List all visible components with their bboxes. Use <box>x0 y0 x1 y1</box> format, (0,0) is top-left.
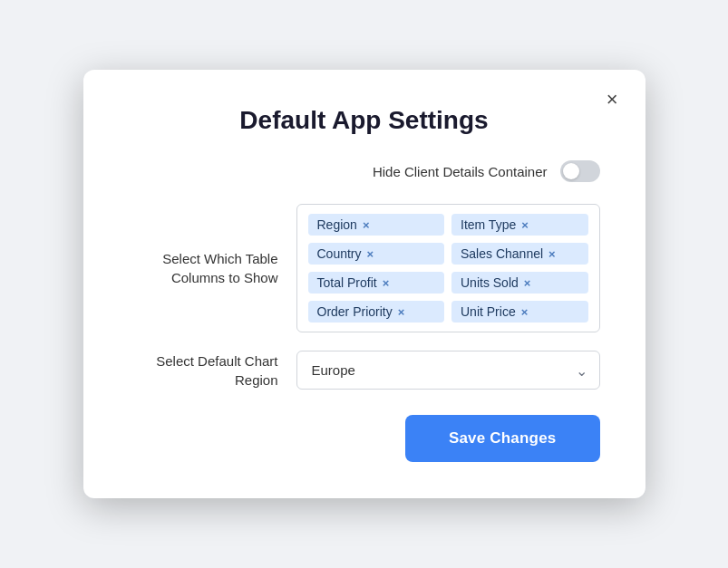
columns-label: Select Which Table Columns to Show <box>129 249 296 287</box>
tag-remove-order-priority[interactable]: × <box>398 306 405 318</box>
tag-remove-country[interactable]: × <box>367 248 374 260</box>
tag-label-country: Country <box>317 246 362 261</box>
tag-remove-region[interactable]: × <box>363 219 370 231</box>
toggle-label: Hide Client Details Container <box>373 164 548 179</box>
chart-region-label: Select Default Chart Region <box>129 351 296 390</box>
save-row: Save Changes <box>129 415 600 462</box>
region-select-wrapper: EuropeNorth AmericaAsiaAfricaMiddle East… <box>296 351 600 390</box>
toggle-row: Hide Client Details Container <box>129 160 600 182</box>
save-changes-button[interactable]: Save Changes <box>405 415 600 462</box>
tag-remove-total-profit[interactable]: × <box>383 277 390 289</box>
close-button[interactable]: × <box>599 86 626 113</box>
tag-remove-sales-channel[interactable]: × <box>548 248 556 260</box>
tag-remove-unit-price[interactable]: × <box>521 306 529 318</box>
tag-region: Region× <box>308 214 445 236</box>
tag-label-sales-channel: Sales Channel <box>461 246 543 261</box>
toggle-knob <box>563 163 579 179</box>
tag-order-priority: Order Priority× <box>308 301 445 323</box>
tag-label-unit-price: Unit Price <box>461 304 516 319</box>
settings-modal: × Default App Settings Hide Client Detai… <box>83 70 645 498</box>
tag-label-region: Region <box>317 217 357 232</box>
modal-overlay: × Default App Settings Hide Client Detai… <box>0 0 728 568</box>
tag-remove-item-type[interactable]: × <box>521 219 529 231</box>
tag-country: Country× <box>308 243 445 265</box>
columns-box: Region×Item Type×Country×Sales Channel×T… <box>296 204 600 332</box>
tag-label-units-sold: Units Sold <box>461 275 519 290</box>
modal-title: Default App Settings <box>129 106 600 135</box>
tag-units-sold: Units Sold× <box>451 272 588 294</box>
tag-unit-price: Unit Price× <box>451 301 588 323</box>
region-select[interactable]: EuropeNorth AmericaAsiaAfricaMiddle East… <box>296 351 600 390</box>
tag-label-order-priority: Order Priority <box>317 304 393 319</box>
tag-remove-units-sold[interactable]: × <box>524 277 531 289</box>
tag-label-item-type: Item Type <box>461 217 516 232</box>
tag-total-profit: Total Profit× <box>308 272 445 294</box>
columns-row: Select Which Table Columns to Show Regio… <box>129 204 600 332</box>
hide-client-toggle[interactable] <box>560 160 600 182</box>
tag-label-total-profit: Total Profit <box>317 275 377 290</box>
tag-sales-channel: Sales Channel× <box>451 243 588 265</box>
tag-item-type: Item Type× <box>451 214 588 236</box>
chart-region-row: Select Default Chart Region EuropeNorth … <box>129 351 600 390</box>
